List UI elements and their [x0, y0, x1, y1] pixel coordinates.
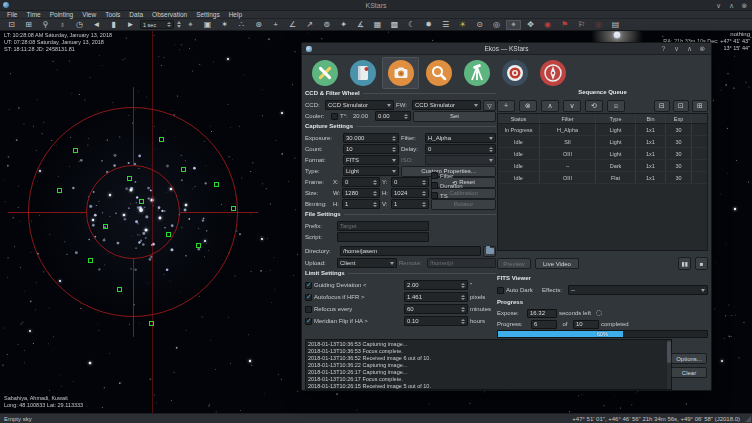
- set-temperature-button[interactable]: Set: [413, 111, 496, 122]
- geo-infobox[interactable]: Sabahiya, Ahmadi, Kuwait Long: 48.100833…: [4, 395, 83, 409]
- ccd-select[interactable]: CCD Simulator: [325, 100, 394, 110]
- stop-sequence-button[interactable]: ■: [695, 257, 708, 270]
- sequence-table[interactable]: Status Filter Type Bin Exp In Progress H…: [497, 113, 708, 251]
- geolocation-icon[interactable]: ♁: [55, 20, 70, 30]
- menu-view[interactable]: View: [78, 11, 100, 19]
- spin-arrows-icon[interactable]: [461, 307, 465, 312]
- filter-manager-button[interactable]: ▽: [483, 100, 496, 111]
- emergency-stop-icon[interactable]: ◎: [591, 20, 606, 30]
- close-button[interactable]: ⊗: [698, 44, 707, 53]
- pointer-mode-icon[interactable]: ↗: [302, 20, 317, 30]
- tab-capture[interactable]: [382, 57, 419, 89]
- comets-icon[interactable]: ✸: [421, 20, 436, 30]
- tab-mount[interactable]: [458, 57, 495, 89]
- pause-sequence-button[interactable]: ▮▮: [678, 257, 691, 270]
- observer-icon[interactable]: ☺: [607, 100, 625, 112]
- filter-checkbox[interactable]: [431, 172, 438, 179]
- spin-arrows-icon[interactable]: [392, 136, 396, 141]
- orbit-trail-icon[interactable]: ⊚: [319, 20, 334, 30]
- filter-select[interactable]: H_Alpha: [425, 133, 496, 143]
- binning-h-input[interactable]: 1: [342, 199, 380, 209]
- spin-arrows-icon[interactable]: [373, 191, 377, 196]
- measure-angle-icon[interactable]: ∠: [285, 20, 300, 30]
- advance-time-icon[interactable]: ►: [123, 20, 138, 30]
- deep-sky-objects-icon[interactable]: ⊛: [251, 20, 266, 30]
- add-job-icon[interactable]: +: [497, 100, 515, 112]
- dome-control-icon[interactable]: ✥: [523, 20, 538, 30]
- menu-pointing[interactable]: Pointing: [46, 11, 78, 19]
- upload-select[interactable]: Client: [337, 258, 397, 268]
- spin-arrows-icon[interactable]: [404, 114, 408, 119]
- resize-grip[interactable]: [745, 416, 751, 422]
- delay-input[interactable]: 0: [425, 144, 496, 154]
- size-h-input[interactable]: 1024: [391, 188, 429, 198]
- spin-arrows-icon[interactable]: [422, 180, 426, 185]
- limit-checkbox[interactable]: [305, 282, 312, 289]
- capture-image-icon[interactable]: ▣: [200, 20, 215, 30]
- dock-windows-icon[interactable]: ▤: [608, 20, 623, 30]
- tab-guide[interactable]: [496, 57, 533, 89]
- format-select[interactable]: FITS: [343, 155, 399, 165]
- menu-time[interactable]: Time: [22, 11, 44, 19]
- spin-arrows-icon[interactable]: [461, 283, 465, 288]
- duration-checkbox[interactable]: [431, 182, 438, 189]
- log-view[interactable]: 2018-01-13T10:36:53 Capturing image...20…: [305, 339, 672, 390]
- count-input[interactable]: 10: [343, 144, 399, 154]
- help-button[interactable]: ?: [659, 44, 668, 53]
- temperature-input[interactable]: 0.00: [375, 111, 411, 121]
- sky-ruler-icon[interactable]: ∡: [353, 20, 368, 30]
- limit-checkbox[interactable]: [305, 294, 312, 301]
- save-sequence-icon[interactable]: ⊡: [673, 100, 689, 112]
- menu-tools[interactable]: Tools: [101, 11, 124, 19]
- find-object-icon[interactable]: ⚲: [38, 20, 53, 30]
- effects-select[interactable]: --: [568, 285, 708, 295]
- table-row[interactable]: Idle SII Light 1x1 30: [498, 136, 707, 148]
- spin-arrows-icon[interactable]: [392, 147, 396, 152]
- browse-directory-button[interactable]: [483, 246, 496, 257]
- menu-file[interactable]: File: [3, 11, 21, 19]
- time-infobox[interactable]: LT: 10:28:08 AM Saturday, January 13, 20…: [4, 32, 112, 53]
- fw-select[interactable]: CCD Simulator: [412, 100, 481, 110]
- table-row[interactable]: Idle OIII Light 1x1 30: [498, 148, 707, 160]
- limit-checkbox[interactable]: [305, 306, 312, 313]
- abort-motion-icon[interactable]: ⚑: [557, 20, 572, 30]
- spin-arrows-icon[interactable]: [422, 191, 426, 196]
- set-time-icon[interactable]: ◷: [72, 20, 87, 30]
- zoom-fit-icon[interactable]: ⊡: [4, 20, 19, 30]
- add-label-icon[interactable]: +: [268, 20, 283, 30]
- constellation-lines-icon[interactable]: ∴: [234, 20, 249, 30]
- coordinate-grid-icon[interactable]: ▦: [370, 20, 385, 30]
- limit-value-input[interactable]: 2.00: [404, 280, 468, 290]
- frame-x-input[interactable]: 0: [342, 177, 380, 187]
- clear-log-button[interactable]: Clear: [671, 367, 707, 378]
- table-row[interactable]: Idle -- Dark 1x1 30: [498, 160, 707, 172]
- hips-overlay-icon[interactable]: ▩: [387, 20, 402, 30]
- moon-phase-icon[interactable]: ☾: [404, 20, 419, 30]
- limit-checkbox[interactable]: [305, 318, 312, 325]
- minimize-button[interactable]: ∨: [672, 44, 681, 53]
- close-button[interactable]: ⊗: [740, 1, 749, 10]
- log-scrollbar[interactable]: [667, 340, 671, 389]
- tab-align[interactable]: [534, 57, 571, 89]
- size-w-input[interactable]: 1280: [342, 188, 380, 198]
- spin-arrows-icon[interactable]: [489, 147, 493, 152]
- limit-value-input[interactable]: 60: [404, 304, 468, 314]
- menu-observation[interactable]: Observation: [148, 11, 191, 19]
- table-row[interactable]: Idle OIII Flat 1x1 30: [498, 172, 707, 184]
- exposure-input[interactable]: 30.000: [343, 133, 399, 143]
- park-telescope-icon[interactable]: ⚐: [574, 20, 589, 30]
- eyepiece-view-icon[interactable]: ⊙: [472, 20, 487, 30]
- frame-y-input[interactable]: 0: [391, 177, 429, 187]
- tab-scheduler[interactable]: [344, 57, 381, 89]
- auto-dark-checkbox[interactable]: [497, 287, 504, 294]
- move-job-up-icon[interactable]: ∧: [541, 100, 559, 112]
- menu-data[interactable]: Data: [125, 11, 147, 19]
- center-telescope-icon[interactable]: ◉: [540, 20, 555, 30]
- minimize-button[interactable]: ∨: [714, 1, 723, 10]
- limit-value-input[interactable]: 1.461: [404, 292, 468, 302]
- open-sequence-icon[interactable]: ⊟: [654, 100, 670, 112]
- reset-queue-icon[interactable]: ⟲: [585, 100, 603, 112]
- night-vision-icon[interactable]: ☀: [455, 20, 470, 30]
- binning-v-input[interactable]: 1: [391, 199, 429, 209]
- options-button[interactable]: Options...: [671, 353, 707, 364]
